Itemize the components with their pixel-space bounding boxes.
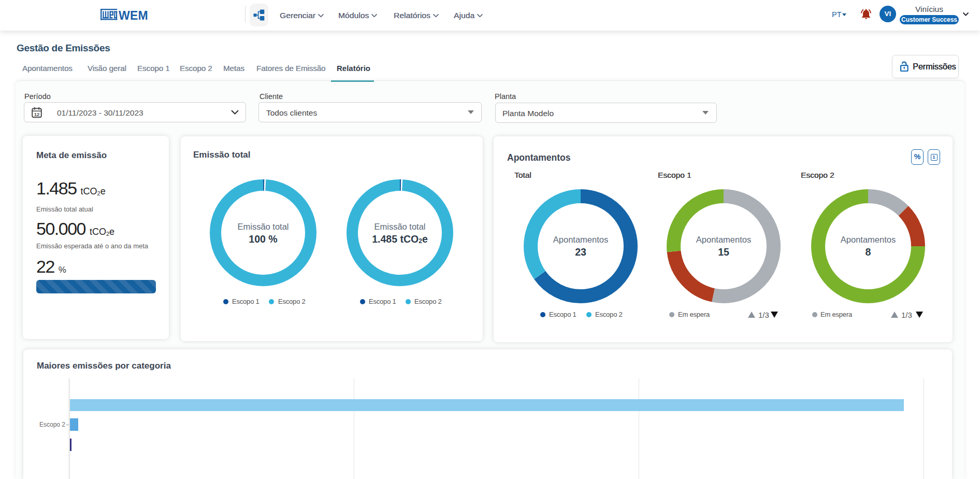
- svg-text:12: 12: [34, 111, 40, 117]
